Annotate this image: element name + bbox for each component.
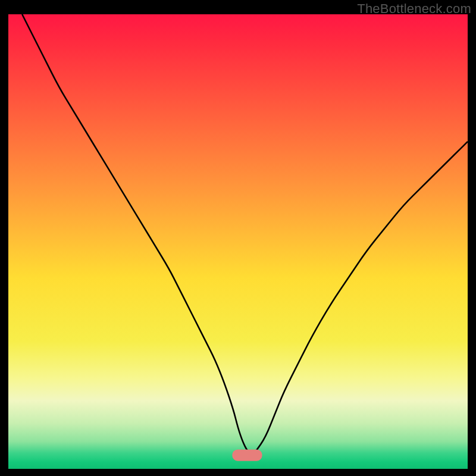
chart-container: TheBottleneck.com: [0, 0, 476, 476]
optimal-marker: [232, 450, 262, 461]
plot-area: [8, 14, 468, 469]
gradient-background: [8, 14, 468, 469]
chart-svg: [8, 14, 468, 469]
